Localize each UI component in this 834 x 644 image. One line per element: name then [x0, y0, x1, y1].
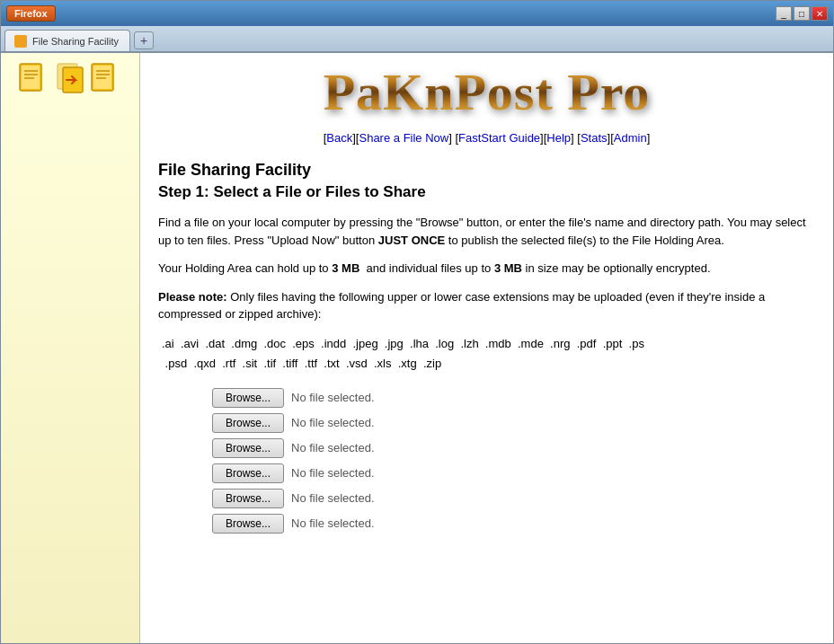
nav-help[interactable]: Help	[546, 131, 571, 145]
file-inputs-area: Browse... No file selected. Browse... No…	[158, 388, 815, 534]
tab-title: File Sharing Facility	[32, 36, 119, 47]
file-status-5: No file selected.	[291, 491, 375, 505]
browse-button-3[interactable]: Browse...	[212, 438, 284, 458]
new-tab-button[interactable]: +	[134, 31, 154, 49]
file-right-icon	[90, 62, 122, 94]
file-input-row-5: Browse... No file selected.	[212, 489, 375, 508]
browse-button-2[interactable]: Browse...	[212, 413, 284, 433]
tab-bar: File Sharing Facility +	[1, 26, 833, 53]
paragraph-3: Please note: Only files having the follo…	[158, 288, 815, 323]
nav-admin[interactable]: Admin	[614, 131, 647, 145]
file-status-4: No file selected.	[291, 466, 375, 480]
main-body: File Sharing Facility Step 1: Select a F…	[140, 154, 833, 551]
nav-back[interactable]: Back	[326, 131, 352, 145]
paragraph-1: Find a file on your local computer by pr…	[158, 214, 815, 249]
page-content: PaKnPost Pro [Back][Share a File Now] [F…	[140, 53, 833, 643]
logo-text: PaKnPost Pro	[158, 62, 815, 122]
tab-favicon	[14, 35, 27, 48]
svg-rect-1	[22, 66, 40, 89]
browse-button-6[interactable]: Browse...	[212, 514, 284, 534]
file-input-row-3: Browse... No file selected.	[212, 438, 375, 458]
sidebar-icon-group	[18, 62, 122, 94]
maximize-button[interactable]: □	[794, 6, 810, 21]
firefox-button[interactable]: Firefox	[6, 5, 56, 22]
file-status-6: No file selected.	[291, 516, 375, 530]
step-title: Step 1: Select a File or Files to Share	[158, 183, 815, 201]
file-input-row-2: Browse... No file selected.	[212, 413, 375, 433]
file-status-3: No file selected.	[291, 441, 375, 454]
file-input-row-1: Browse... No file selected.	[212, 388, 375, 408]
file-input-row-4: Browse... No file selected.	[212, 463, 375, 483]
title-bar: Firefox _ □ ✕	[1, 1, 833, 26]
sidebar	[1, 53, 140, 643]
size-1: 3 MB	[332, 261, 359, 275]
please-note-label: Please note:	[158, 290, 227, 304]
file-status-1: No file selected.	[291, 391, 375, 404]
file-status-2: No file selected.	[291, 416, 375, 429]
file-input-row-6: Browse... No file selected.	[212, 514, 375, 534]
browse-button-1[interactable]: Browse...	[212, 388, 284, 408]
size-2: 3 MB	[494, 261, 522, 275]
paragraph-2: Your Holding Area can hold up to 3 MB an…	[158, 260, 815, 278]
logo-area: PaKnPost Pro	[140, 53, 833, 128]
browse-button-4[interactable]: Browse...	[212, 463, 284, 483]
just-once-emphasis: JUST ONCE	[378, 234, 445, 247]
close-button[interactable]: ✕	[812, 6, 828, 21]
extensions-list: .ai .avi .dat .dmg .doc .eps .indd .jpeg…	[158, 334, 815, 374]
page-title: File Sharing Facility	[158, 161, 815, 180]
file-left-icon	[18, 62, 50, 94]
window-controls: _ □ ✕	[776, 6, 828, 21]
svg-rect-8	[93, 66, 111, 89]
browser-window: Firefox _ □ ✕ File Sharing Facility +	[0, 0, 834, 644]
nav-faststart[interactable]: FastStart Guide	[458, 131, 540, 145]
browse-button-5[interactable]: Browse...	[212, 489, 284, 508]
nav-share[interactable]: Share a File Now	[359, 131, 448, 145]
active-tab[interactable]: File Sharing Facility	[4, 30, 130, 51]
minimize-button[interactable]: _	[776, 6, 792, 21]
nav-links: [Back][Share a File Now] [FastStart Guid…	[140, 128, 833, 154]
browser-content: PaKnPost Pro [Back][Share a File Now] [F…	[1, 53, 833, 643]
nav-stats[interactable]: Stats	[581, 131, 608, 145]
upload-arrow-icon	[54, 62, 86, 94]
